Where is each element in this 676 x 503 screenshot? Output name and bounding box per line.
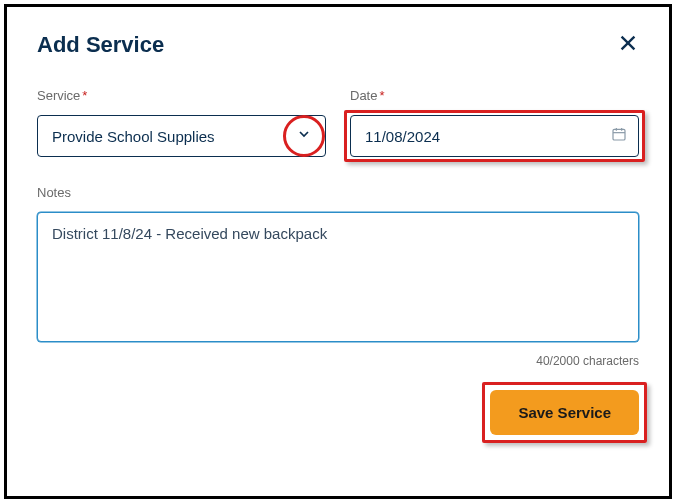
modal-header: Add Service — [37, 32, 639, 58]
notes-group: Notes District 11/8/24 - Received new ba… — [37, 185, 639, 368]
form-row-top: Service* Date* — [37, 88, 639, 157]
notes-label: Notes — [37, 185, 639, 200]
save-button[interactable]: Save Service — [490, 390, 639, 435]
date-input[interactable] — [350, 115, 639, 157]
service-label: Service* — [37, 88, 326, 103]
modal-title: Add Service — [37, 32, 164, 58]
required-asterisk: * — [379, 88, 384, 103]
close-icon[interactable] — [617, 32, 639, 58]
service-label-text: Service — [37, 88, 80, 103]
service-select[interactable] — [37, 115, 326, 157]
notes-textarea[interactable]: District 11/8/24 - Received new backpack — [37, 212, 639, 342]
modal-frame: Add Service Service* Date* — [4, 4, 672, 499]
char-counter: 40/2000 characters — [37, 354, 639, 368]
service-select-wrapper — [37, 115, 326, 157]
required-asterisk: * — [82, 88, 87, 103]
service-group: Service* — [37, 88, 326, 157]
date-group: Date* — [350, 88, 639, 157]
date-label-text: Date — [350, 88, 377, 103]
date-label: Date* — [350, 88, 639, 103]
button-row: Save Service — [37, 390, 639, 435]
save-wrapper: Save Service — [490, 390, 639, 435]
date-input-wrapper — [350, 115, 639, 157]
